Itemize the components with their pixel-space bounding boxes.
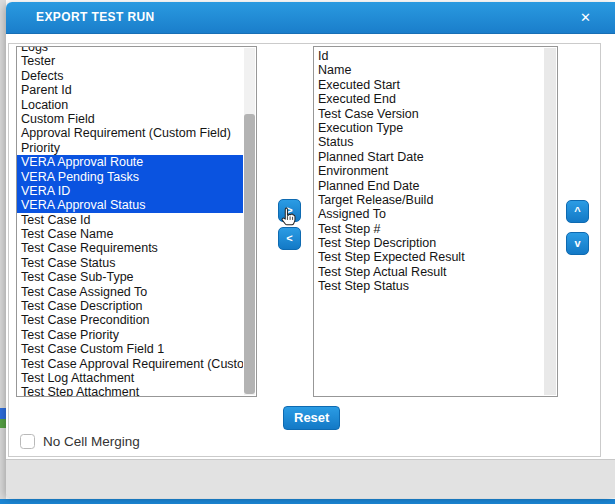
- list-item[interactable]: Tester: [17, 54, 243, 68]
- dialog-title: EXPORT TEST RUN: [36, 2, 155, 33]
- list-item[interactable]: Location: [17, 98, 243, 112]
- list-item[interactable]: Test Case Version: [314, 107, 544, 121]
- list-item[interactable]: Planned Start Date: [314, 150, 544, 164]
- list-item[interactable]: VERA ID: [17, 184, 243, 198]
- move-up-button[interactable]: ^: [566, 200, 589, 223]
- list-item[interactable]: Environment: [314, 164, 544, 178]
- no-cell-merging-label: No Cell Merging: [43, 434, 140, 449]
- move-right-button[interactable]: >: [278, 199, 301, 222]
- left-list-scrollbar-thumb[interactable]: [244, 114, 255, 394]
- available-fields-items: LogsTesterDefectsParent IdLocationCustom…: [17, 46, 243, 397]
- list-item[interactable]: Test Case Id: [17, 213, 243, 227]
- left-list-scrollbar[interactable]: [244, 48, 255, 395]
- list-item[interactable]: Priority: [17, 141, 243, 155]
- selected-fields-items: IdNameExecuted StartExecuted EndTest Cas…: [314, 47, 544, 294]
- no-cell-merging-checkbox[interactable]: [20, 434, 35, 449]
- list-item[interactable]: Assigned To: [314, 207, 544, 221]
- list-item[interactable]: Executed End: [314, 92, 544, 106]
- right-list-scrollbar[interactable]: [544, 48, 556, 395]
- move-down-button[interactable]: v: [566, 232, 589, 255]
- list-item[interactable]: Parent Id: [17, 83, 243, 97]
- list-item[interactable]: Test Step Status: [314, 279, 544, 293]
- list-item[interactable]: Approval Requirement (Custom Field): [17, 126, 243, 140]
- list-item[interactable]: Test Case Sub-Type: [17, 270, 243, 284]
- list-item[interactable]: Test Log Attachment: [17, 371, 243, 385]
- list-item[interactable]: Status: [314, 135, 544, 149]
- list-item[interactable]: Test Case Precondition: [17, 313, 243, 327]
- list-item[interactable]: Test Step #: [314, 222, 544, 236]
- list-item[interactable]: Test Case Approval Requirement (Custom F…: [17, 357, 243, 371]
- list-item[interactable]: Test Case Assigned To: [17, 285, 243, 299]
- list-item[interactable]: Test Case Status: [17, 256, 243, 270]
- list-item[interactable]: VERA Approval Status: [17, 198, 243, 212]
- list-item[interactable]: Test Case Requirements: [17, 241, 243, 255]
- list-item[interactable]: Planned End Date: [314, 179, 544, 193]
- list-item[interactable]: Test Case Priority: [17, 328, 243, 342]
- selected-fields-list[interactable]: IdNameExecuted StartExecuted EndTest Cas…: [313, 46, 558, 397]
- list-item[interactable]: Executed Start: [314, 78, 544, 92]
- close-icon[interactable]: ✕: [580, 2, 591, 33]
- dialog-footer: OK Cancel: [6, 459, 615, 498]
- background-page-bottom-bar: [0, 499, 615, 504]
- list-item[interactable]: Defects: [17, 69, 243, 83]
- export-test-run-dialog: EXPORT TEST RUN ✕ LogsTesterDefectsParen…: [6, 2, 615, 497]
- list-item[interactable]: Logs: [17, 46, 243, 54]
- list-item[interactable]: VERA Approval Route: [17, 155, 243, 169]
- available-fields-list[interactable]: LogsTesterDefectsParent IdLocationCustom…: [16, 46, 257, 397]
- list-item[interactable]: Test Step Expected Result: [314, 250, 544, 264]
- list-item[interactable]: Test Case Description: [17, 299, 243, 313]
- list-item[interactable]: Target Release/Build: [314, 193, 544, 207]
- list-item[interactable]: Test Step Attachment: [17, 385, 243, 397]
- list-item[interactable]: Test Case Custom Field 1: [17, 342, 243, 356]
- list-item[interactable]: Id: [314, 49, 544, 63]
- reset-button[interactable]: Reset: [283, 406, 340, 430]
- list-item[interactable]: Test Step Description: [314, 236, 544, 250]
- list-item[interactable]: Test Step Actual Result: [314, 265, 544, 279]
- list-item[interactable]: VERA Pending Tasks: [17, 170, 243, 184]
- no-cell-merging-option: No Cell Merging: [20, 433, 140, 449]
- list-item[interactable]: Test Case Name: [17, 227, 243, 241]
- dialog-header: EXPORT TEST RUN ✕: [6, 2, 615, 34]
- list-item[interactable]: Name: [314, 63, 544, 77]
- list-item[interactable]: Execution Type: [314, 121, 544, 135]
- list-item[interactable]: Custom Field: [17, 112, 243, 126]
- move-left-button[interactable]: <: [278, 227, 301, 250]
